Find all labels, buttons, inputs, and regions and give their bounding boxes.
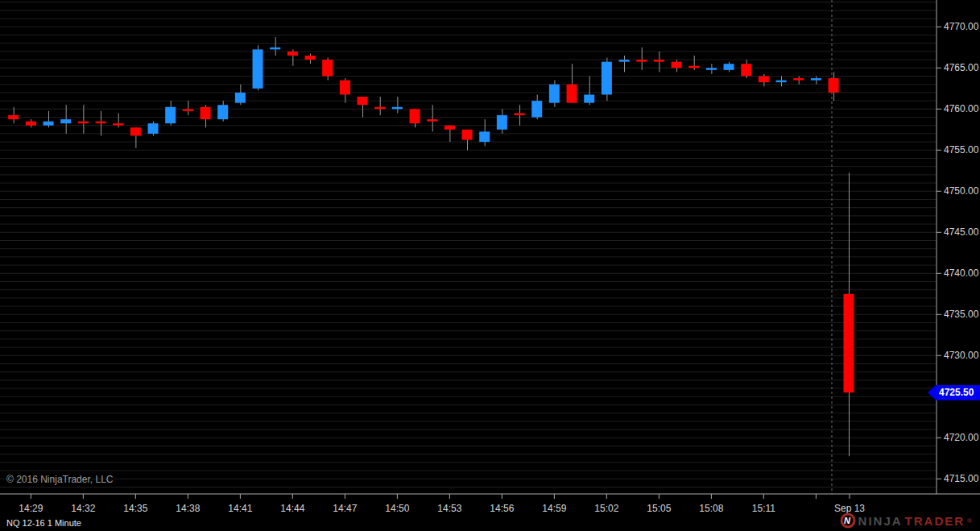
- price-axis-label: 4715.00: [944, 473, 979, 484]
- time-axis-label: 14:50: [385, 503, 409, 514]
- time-axis-label: 14:35: [123, 503, 147, 514]
- price-axis-label: 4745.00: [944, 226, 979, 238]
- candle-body: [253, 49, 263, 88]
- time-axis-label: 14:32: [71, 503, 95, 514]
- candle-body: [305, 56, 316, 60]
- candle-body: [706, 68, 717, 70]
- candle-body: [340, 81, 350, 95]
- time-axis-label: 14:59: [542, 503, 566, 514]
- candle-body: [217, 105, 228, 119]
- ninjatrader-logo: N NINJATRADER®: [840, 512, 972, 529]
- candle-body: [374, 107, 385, 110]
- candle-body: [392, 107, 403, 110]
- candle-body: [130, 127, 141, 135]
- candle-body: [410, 109, 420, 123]
- copyright-text: © 2016 NinjaTrader, LLC: [6, 474, 113, 485]
- logo-text-ninja: NINJA: [858, 514, 903, 528]
- price-axis-label: 4740.00: [944, 268, 979, 279]
- candle-body: [165, 107, 176, 123]
- candle-body: [479, 131, 490, 142]
- candle-body: [183, 109, 193, 111]
- time-axis-label: 14:41: [228, 503, 252, 514]
- candles-layer: [8, 37, 854, 456]
- candle-body: [672, 62, 682, 68]
- candle-body: [427, 119, 437, 122]
- price-axis-label: 4735.00: [944, 309, 979, 320]
- candle-body: [235, 93, 246, 103]
- candle-body: [531, 101, 542, 117]
- time-axis-label: 14:44: [280, 503, 304, 514]
- candle-body: [497, 115, 507, 130]
- time-axis-label: 14:47: [333, 503, 357, 514]
- candle-body: [26, 122, 36, 126]
- candle-body: [113, 123, 123, 126]
- price-axis-label: 4755.00: [944, 144, 979, 156]
- candle-body: [829, 78, 839, 93]
- time-axis-label: 15:08: [699, 503, 723, 514]
- candle-body: [654, 60, 664, 62]
- occluded-last-price-label: 4725.00: [941, 400, 980, 404]
- candle-body: [60, 119, 71, 123]
- candle-body: [602, 62, 612, 95]
- candle-body: [322, 60, 333, 76]
- logo-text-trader: TRADER: [905, 514, 966, 528]
- candle-body: [270, 48, 280, 50]
- time-axis-label: 15:05: [647, 503, 671, 514]
- candle-body: [148, 123, 159, 134]
- time-axis-label: 14:53: [437, 503, 461, 514]
- candle-body: [844, 294, 854, 392]
- candle-body: [96, 122, 106, 124]
- svg-text:N: N: [844, 516, 852, 525]
- price-axis-label: 4730.00: [944, 350, 979, 361]
- candle-body: [549, 85, 560, 103]
- candle-body: [793, 78, 804, 81]
- candle-body: [515, 113, 525, 115]
- time-axis-label: 15:02: [594, 503, 618, 514]
- price-axis-label: 4720.00: [944, 432, 979, 443]
- price-axis-label: 4760.00: [944, 103, 979, 114]
- candle-body: [78, 122, 89, 124]
- price-axis-label: 4765.00: [944, 62, 979, 73]
- time-axis-label: 14:38: [176, 503, 200, 514]
- time-axis-label: 14:29: [19, 503, 43, 514]
- candle-body: [741, 64, 751, 76]
- candle-body: [776, 81, 787, 83]
- candle-body: [619, 60, 630, 62]
- candle-body: [724, 64, 734, 70]
- price-axis-label: 4770.00: [944, 21, 979, 32]
- candle-body: [43, 122, 54, 126]
- candle-body: [287, 52, 298, 56]
- candle-body: [759, 77, 769, 83]
- price-axis-label: 4750.00: [944, 185, 979, 197]
- price-axis[interactable]: 4770.004765.004760.004755.004750.004745.…: [937, 21, 979, 484]
- logo-registered-mark: ®: [967, 517, 972, 525]
- candle-body: [636, 60, 647, 62]
- time-axis-label: 14:56: [490, 503, 514, 514]
- instrument-label: NQ 12-16 1 Minute: [6, 518, 81, 528]
- grid-layer: [0, 2, 937, 487]
- candle-body: [462, 130, 473, 140]
- candle-body: [201, 107, 211, 119]
- candle-body: [688, 66, 699, 68]
- candlestick-chart[interactable]: 4770.004765.004760.004755.004750.004745.…: [0, 0, 980, 531]
- candle-body: [358, 97, 368, 105]
- last-price-marker: 4725.50: [928, 385, 980, 400]
- time-axis-label: 15:11: [752, 503, 775, 514]
- time-axis[interactable]: 14:2914:3214:3514:3814:4114:4414:4714:50…: [19, 494, 865, 514]
- candle-body: [567, 85, 577, 103]
- chart-window: 4770.004765.004760.004755.004750.004745.…: [0, 0, 980, 531]
- candle-body: [584, 94, 594, 102]
- ninjatrader-icon: N: [840, 512, 856, 529]
- candle-body: [8, 115, 19, 119]
- candle-body: [445, 126, 455, 130]
- candle-body: [811, 78, 821, 81]
